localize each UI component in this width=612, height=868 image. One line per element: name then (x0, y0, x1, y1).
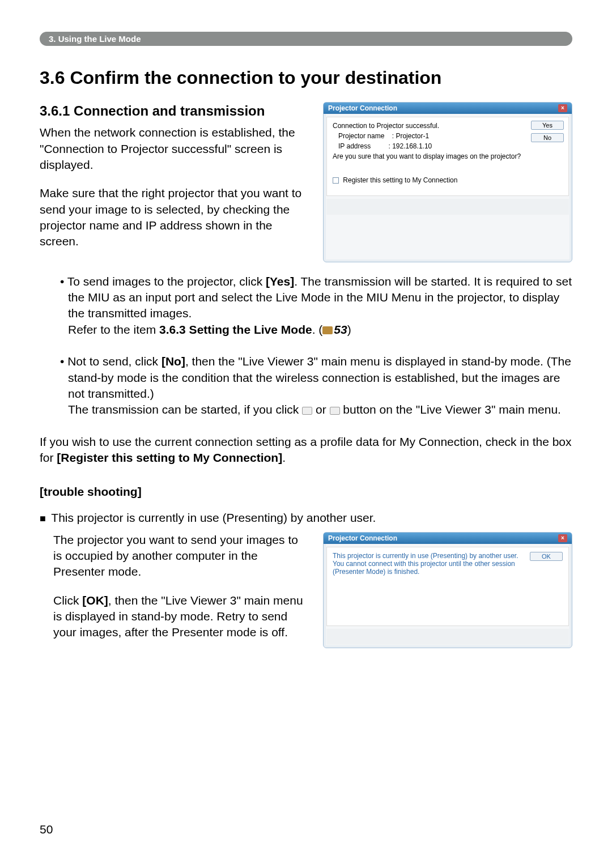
paragraph: If you wish to use the current connectio… (40, 434, 572, 466)
dialog-text: This projector is currently in use (Pres… (333, 552, 563, 576)
close-icon: × (558, 104, 567, 112)
value: : Projector-1 (392, 132, 429, 140)
list-item: ■ This projector is currently in use (Pr… (40, 510, 572, 526)
no-button: No (531, 133, 564, 142)
checkbox-label: Register this setting to My Connection (343, 176, 457, 184)
ok-button: OK (530, 552, 563, 561)
value: : 192.168.1.10 (389, 142, 432, 150)
display-icon (330, 407, 340, 415)
dialog-text: Are you sure that you want to display im… (333, 152, 563, 160)
book-icon (322, 326, 333, 334)
label: IP address (338, 142, 371, 150)
breadcrumb: 3. Using the Live Mode (40, 32, 572, 46)
bullet-item: • Not to send, click [No], then the "Liv… (60, 354, 572, 418)
label: Projector name (338, 132, 384, 140)
dialog-screenshot: Projector Connection × OK This projector… (323, 532, 572, 648)
page-title: 3.6 Confirm the connection to your desti… (40, 67, 572, 88)
paragraph: When the network connection is establish… (40, 125, 309, 173)
close-icon: × (558, 534, 567, 542)
paragraph: The projector you want to send your imag… (53, 532, 309, 580)
page-number: 50 (40, 823, 53, 836)
subsection-heading: [trouble shooting] (40, 485, 572, 499)
capture-icon (302, 407, 312, 415)
square-bullet-icon: ■ (40, 513, 46, 524)
dialog-title-text: Projector Connection (328, 534, 397, 542)
dialog-footer (326, 199, 569, 215)
dialog-title-text: Projector Connection (328, 104, 397, 112)
bullet-item: • To send images to the projector, click… (60, 274, 572, 338)
paragraph: Click [OK], then the "Live Viewer 3" mai… (53, 593, 309, 641)
yes-button: Yes (531, 121, 564, 130)
checkbox-icon (333, 177, 339, 184)
dialog-text: Connection to Projector successful. (333, 122, 563, 130)
dialog-footer (326, 629, 569, 645)
dialog-screenshot: Projector Connection × Yes No Connection… (323, 102, 572, 262)
section-heading: 3.6.1 Connection and transmission (40, 102, 309, 120)
paragraph: Make sure that the right projector that … (40, 185, 309, 249)
